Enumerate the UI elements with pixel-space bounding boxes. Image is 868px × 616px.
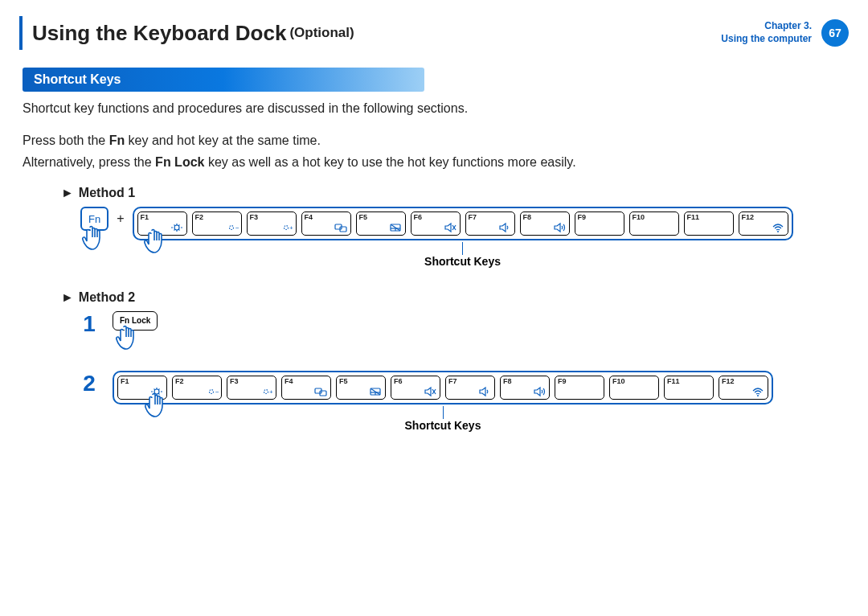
function-key-strip: F1F2F3F4F5F6F7F8F9F10F11F12 — [113, 371, 773, 405]
fkey-f11: F11 — [684, 211, 734, 236]
fkey-label: F12 — [722, 377, 735, 385]
chapter-number: Chapter 3. — [721, 20, 812, 33]
volume-down-icon — [477, 386, 492, 397]
fkey-label: F11 — [687, 213, 700, 221]
fkey-f5: F5 — [336, 376, 386, 400]
touchpad-icon — [368, 386, 383, 397]
fkey-f6: F6 — [391, 376, 440, 400]
page-number-badge: 67 — [821, 19, 849, 47]
fkey-f10: F10 — [609, 376, 659, 400]
page-title: Using the Keyboard Dock — [32, 21, 286, 46]
fkey-label: F10 — [612, 377, 625, 385]
instruction-line-1: Press both the Fn key and hot key at the… — [23, 132, 845, 150]
wifi-icon — [751, 386, 765, 397]
fkey-f4: F4 — [281, 376, 331, 400]
brightness-up-icon — [279, 222, 293, 233]
hand-cursor-icon — [109, 322, 143, 361]
fkey-label: F5 — [359, 213, 368, 221]
fkey-label: F6 — [414, 213, 423, 221]
fkey-label: F5 — [339, 377, 348, 385]
mute-icon — [423, 386, 437, 397]
fkey-f9: F9 — [575, 211, 624, 236]
fkey-f6: F6 — [411, 211, 461, 236]
plus-symbol: + — [117, 211, 124, 226]
fkey-f7: F7 — [445, 376, 495, 400]
page-header: Using the Keyboard Dock (Optional) Chapt… — [0, 0, 868, 56]
fkey-f12: F12 — [739, 211, 788, 236]
fkey-label: F7 — [448, 377, 457, 385]
volume-up-icon — [552, 222, 567, 233]
fkey-f3: F3 — [227, 376, 276, 400]
fkey-label: F9 — [558, 377, 567, 385]
method2-step1: 1 Fn Lock — [80, 311, 845, 337]
brightness-up-icon — [259, 386, 273, 397]
hand-cursor-icon — [76, 223, 109, 261]
strip-caption: Shortcut Keys — [405, 419, 481, 432]
fkey-f12: F12 — [719, 376, 768, 400]
fkey-label: F8 — [523, 213, 532, 221]
function-key-strip: F1F2F3F4F5F6F7F8F9F10F11F12 — [133, 207, 793, 240]
instruction-line-2: Alternatively, press the Fn Lock key as … — [23, 154, 845, 171]
accent-bar — [19, 16, 23, 50]
fkey-f8: F8 — [520, 211, 570, 236]
fkey-f5: F5 — [356, 211, 406, 236]
mute-icon — [443, 222, 457, 233]
fkey-label: F4 — [285, 377, 293, 385]
fkey-label: F3 — [230, 377, 239, 385]
touchpad-icon — [388, 222, 403, 233]
page-title-optional: (Optional) — [289, 25, 354, 41]
fkey-label: F6 — [394, 377, 403, 385]
arrow-icon: ► — [61, 290, 74, 304]
fkey-label: F8 — [503, 377, 512, 385]
fkey-label: F4 — [305, 213, 313, 221]
step-number: 1 — [80, 311, 98, 337]
fkey-label: F12 — [742, 213, 755, 221]
method2-step2: 2 F1F2F3F4F5F6F7F8F9F10F11F12 Shortcut K… — [80, 371, 845, 432]
fkey-f4: F4 — [301, 211, 351, 236]
fkey-f2: F2 — [172, 376, 222, 400]
hand-cursor-icon — [138, 390, 172, 429]
strip-caption: Shortcut Keys — [424, 255, 501, 268]
fkey-label: F7 — [469, 213, 477, 221]
section-heading: Shortcut Keys — [23, 68, 424, 92]
settings-icon — [170, 222, 184, 233]
fkey-f8: F8 — [500, 376, 550, 400]
brightness-down-icon — [224, 222, 239, 233]
hand-cursor-icon — [137, 226, 171, 265]
volume-down-icon — [497, 222, 512, 233]
fkey-label: F2 — [195, 213, 204, 221]
fkey-label: F1 — [121, 377, 129, 385]
fkey-f2: F2 — [192, 211, 242, 236]
method1-diagram: Fn + F1F2F3F4F5F6F7F8F9F10F11F12 Shortcu… — [80, 207, 845, 268]
brightness-down-icon — [204, 386, 219, 397]
volume-up-icon — [532, 386, 547, 397]
fkey-f7: F7 — [465, 211, 515, 236]
connector-line — [462, 242, 463, 255]
connector-line — [443, 406, 444, 419]
chapter-info: Chapter 3. Using the computer — [721, 20, 812, 45]
fkey-label: F1 — [141, 213, 149, 221]
fkey-label: F3 — [250, 213, 259, 221]
fkey-f9: F9 — [555, 376, 604, 400]
fkey-f11: F11 — [664, 376, 714, 400]
fkey-label: F11 — [667, 377, 680, 385]
step-number: 2 — [80, 371, 98, 396]
wifi-icon — [771, 222, 785, 233]
fkey-label: F9 — [578, 213, 587, 221]
fkey-f10: F10 — [629, 211, 679, 236]
fkey-label: F10 — [633, 213, 645, 221]
arrow-icon: ► — [61, 186, 74, 199]
method2-label: ►Method 2 — [61, 290, 845, 305]
chapter-title: Using the computer — [721, 33, 812, 46]
display-switch-icon — [334, 222, 348, 233]
intro-text: Shortcut key functions and procedures ar… — [23, 100, 845, 117]
fkey-f3: F3 — [247, 211, 297, 236]
display-switch-icon — [313, 386, 328, 397]
method1-label: ►Method 1 — [61, 186, 845, 200]
fkey-label: F2 — [175, 377, 184, 385]
